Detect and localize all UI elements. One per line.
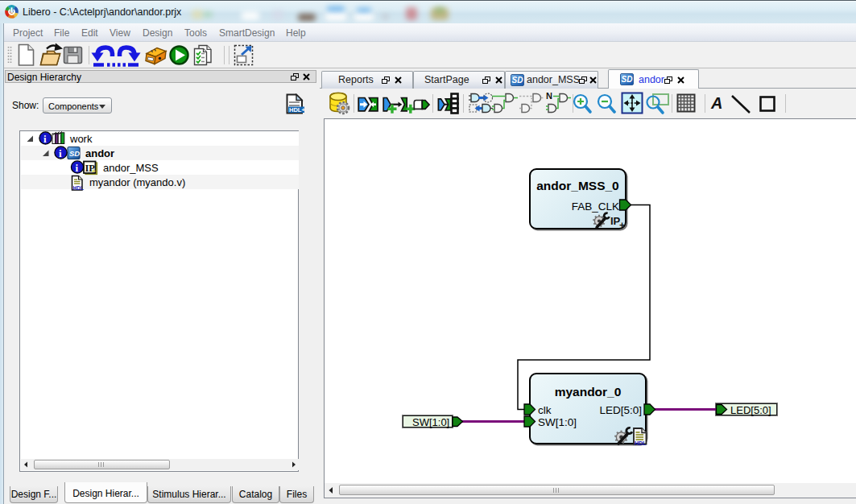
svg-text:i: i <box>76 162 79 174</box>
svg-text:SD: SD <box>69 149 80 158</box>
svg-text:i: i <box>59 147 62 159</box>
svg-text:A: A <box>710 94 722 112</box>
svg-text:HDL: HDL <box>73 185 84 191</box>
svg-text:N: N <box>546 91 552 101</box>
svg-text:i: i <box>43 133 47 145</box>
svg-text:+: + <box>92 167 96 175</box>
svg-text:HDL+: HDL+ <box>289 106 305 114</box>
